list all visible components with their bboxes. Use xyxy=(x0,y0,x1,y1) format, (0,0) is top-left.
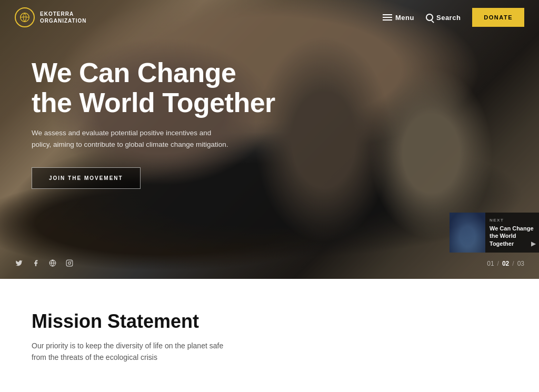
svg-point-5 xyxy=(71,262,72,262)
mission-title: Mission Statement xyxy=(32,310,507,333)
search-toggle[interactable]: Search xyxy=(426,14,461,22)
globe-icon[interactable] xyxy=(48,259,57,267)
hero-title: We Can Change the World Together xyxy=(32,58,275,118)
page-3: 03 xyxy=(517,260,524,267)
donate-button[interactable]: DONATE xyxy=(472,8,524,27)
hero-section: EKOTERRA ORGANIZATION Menu Search DONATE… xyxy=(0,0,539,279)
mission-text: Our priority is to keep the diversity of… xyxy=(32,340,258,364)
site-header: EKOTERRA ORGANIZATION Menu Search DONATE xyxy=(0,0,539,35)
menu-toggle[interactable]: Menu xyxy=(383,14,414,22)
hamburger-icon xyxy=(383,14,392,21)
next-label: NEXT xyxy=(490,218,535,223)
hero-content: We Can Change the World Together We asse… xyxy=(32,58,275,189)
next-slide-card[interactable]: NEXT We Can Change the World Together ▶ xyxy=(450,213,539,253)
next-arrow-icon: ▶ xyxy=(531,240,536,247)
page-1: 01 xyxy=(487,260,494,267)
logo-text: EKOTERRA ORGANIZATION xyxy=(40,11,86,24)
instagram-icon[interactable] xyxy=(65,259,74,267)
mission-section: Mission Statement Our priority is to kee… xyxy=(0,279,539,385)
page-2-active: 02 xyxy=(502,260,509,267)
hero-subtitle: We assess and evaluate potential positiv… xyxy=(32,127,232,150)
next-slide-title: We Can Change the World Together xyxy=(490,225,535,247)
join-movement-button[interactable]: JOIN THE MOVEMENT xyxy=(32,167,141,189)
sep-2: / xyxy=(512,260,514,267)
search-icon xyxy=(426,14,433,21)
twitter-icon[interactable] xyxy=(15,259,23,267)
menu-label: Menu xyxy=(395,14,414,22)
logo-icon xyxy=(15,7,35,27)
sep-1: / xyxy=(497,260,499,267)
svg-rect-3 xyxy=(66,260,73,266)
social-icons-bar xyxy=(15,259,74,267)
search-label: Search xyxy=(436,14,461,22)
svg-point-4 xyxy=(68,262,71,265)
facebook-icon[interactable] xyxy=(32,259,40,267)
next-card-thumbnail xyxy=(450,213,485,253)
slide-pagination: 01 / 02 / 03 xyxy=(487,260,524,267)
main-nav: Menu Search DONATE xyxy=(383,8,524,27)
logo-area[interactable]: EKOTERRA ORGANIZATION xyxy=(15,7,86,27)
